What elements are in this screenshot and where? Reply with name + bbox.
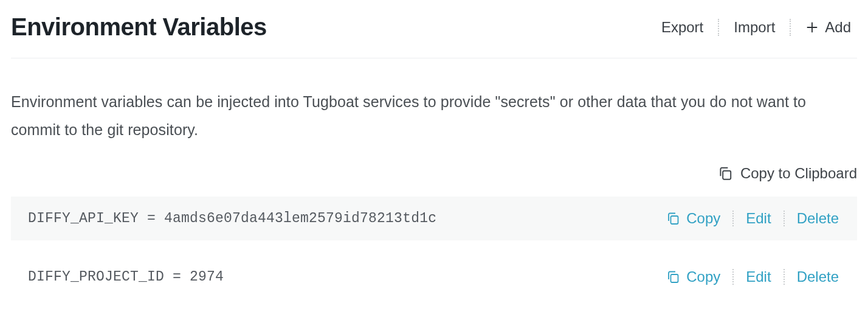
separator xyxy=(784,269,785,285)
row-actions: Copy Edit Delete xyxy=(666,210,839,227)
row-spacer xyxy=(11,240,857,255)
copy-icon xyxy=(666,211,680,226)
svg-rect-1 xyxy=(671,216,678,224)
envvar-value: 4amds6e07da443lem2579id78213td1c xyxy=(164,211,436,226)
export-button[interactable]: Export xyxy=(655,19,709,36)
header-actions: Export Import Add xyxy=(655,19,857,36)
envvar-kv: DIFFY_PROJECT_ID = 2974 xyxy=(28,269,224,285)
add-label: Add xyxy=(825,19,851,36)
separator xyxy=(784,211,785,226)
separator xyxy=(718,19,719,36)
envvar-row: DIFFY_PROJECT_ID = 2974 Copy Edit Delete xyxy=(11,255,857,299)
description-text: Environment variables can be injected in… xyxy=(11,88,857,144)
import-button[interactable]: Import xyxy=(728,19,781,36)
separator xyxy=(732,211,734,226)
header: Environment Variables Export Import Add xyxy=(11,13,857,58)
plus-icon xyxy=(805,21,819,34)
copy-all-label: Copy to Clipboard xyxy=(740,165,857,182)
copy-icon xyxy=(717,166,733,181)
copy-label: Copy xyxy=(686,268,720,285)
copy-button[interactable]: Copy xyxy=(666,210,720,227)
envvar-key: DIFFY_PROJECT_ID xyxy=(28,269,164,285)
equals-sign: = xyxy=(173,269,190,285)
envvar-key: DIFFY_API_KEY xyxy=(28,211,139,226)
envvar-value: 2974 xyxy=(190,269,224,285)
equals-sign: = xyxy=(147,211,164,226)
edit-button[interactable]: Edit xyxy=(746,210,771,227)
envvar-row: DIFFY_API_KEY = 4amds6e07da443lem2579id7… xyxy=(11,197,857,240)
svg-rect-0 xyxy=(723,170,731,179)
page-title: Environment Variables xyxy=(11,13,267,41)
delete-button[interactable]: Delete xyxy=(797,268,839,285)
copy-icon xyxy=(666,270,680,284)
copy-button[interactable]: Copy xyxy=(666,268,720,285)
row-actions: Copy Edit Delete xyxy=(666,268,839,285)
delete-button[interactable]: Delete xyxy=(797,210,839,227)
separator xyxy=(790,19,791,36)
svg-rect-2 xyxy=(671,274,678,282)
edit-button[interactable]: Edit xyxy=(746,268,771,285)
copy-label: Copy xyxy=(686,210,720,227)
separator xyxy=(732,269,734,285)
envvar-kv: DIFFY_API_KEY = 4amds6e07da443lem2579id7… xyxy=(28,211,436,226)
copy-to-clipboard-button[interactable]: Copy to Clipboard xyxy=(11,165,857,182)
add-button[interactable]: Add xyxy=(799,19,857,36)
